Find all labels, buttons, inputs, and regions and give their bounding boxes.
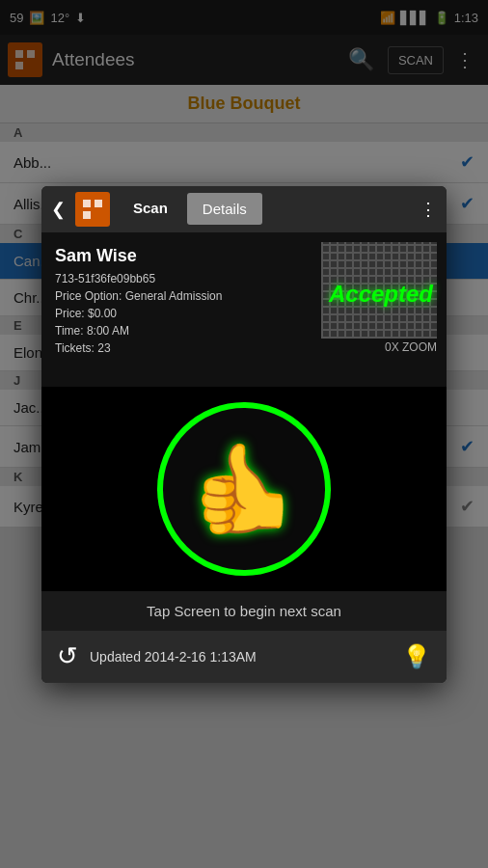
tickets-count: Tickets: 23: [55, 339, 433, 357]
lightbulb-icon[interactable]: 💡: [402, 643, 431, 670]
modal-header: ❮ Scan Details ⋮: [41, 186, 447, 232]
accepted-label: Accepted: [329, 281, 433, 308]
zoom-label: 0X ZOOM: [385, 340, 437, 354]
modal-app-icon: [75, 192, 110, 227]
tab-details[interactable]: Details: [187, 193, 262, 225]
tab-scan[interactable]: Scan: [118, 192, 183, 226]
refresh-icon[interactable]: ↺: [57, 641, 78, 671]
svg-rect-5: [95, 200, 102, 207]
scan-modal: ❮ Scan Details ⋮ 0X ZOOM Sam Wise 713-51…: [41, 186, 447, 683]
updated-text: Updated 2014-2-16 1:13AM: [90, 649, 391, 665]
svg-rect-3: [83, 200, 91, 207]
modal-overlay[interactable]: ❮ Scan Details ⋮ 0X ZOOM Sam Wise 713-51…: [0, 0, 488, 868]
thumbs-up-icon: 👍: [190, 438, 298, 539]
thumbs-area: 👍: [41, 387, 447, 591]
svg-rect-4: [83, 211, 91, 219]
modal-footer: ↺ Updated 2014-2-16 1:13AM 💡: [41, 631, 447, 683]
back-button[interactable]: ❮: [41, 199, 75, 220]
modal-more-icon[interactable]: ⋮: [420, 199, 437, 220]
tap-to-scan-label[interactable]: Tap Screen to begin next scan: [41, 591, 447, 631]
scan-info-area: 0X ZOOM Sam Wise 713-51f36fe09bb65 Price…: [41, 232, 447, 387]
thumbs-circle: 👍: [157, 402, 331, 576]
